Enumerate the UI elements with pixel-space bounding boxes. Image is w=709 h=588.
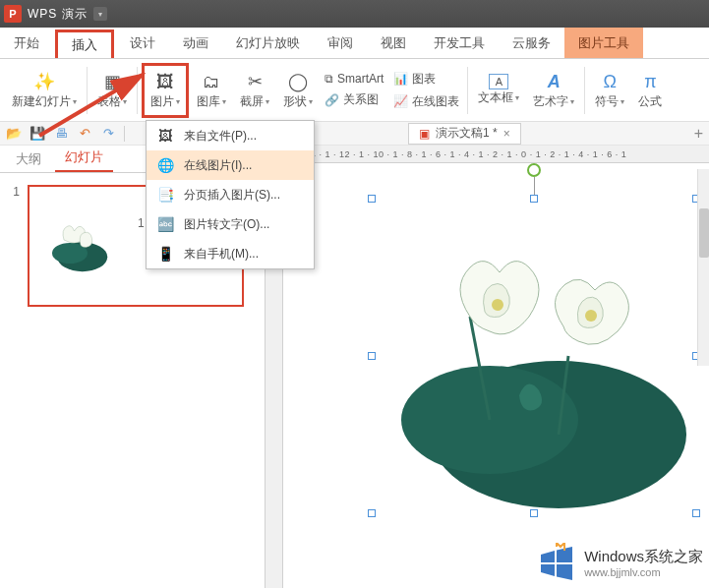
resize-handle-tm[interactable] — [530, 195, 538, 203]
relation-label: 关系图 — [343, 91, 379, 108]
separator — [87, 67, 88, 114]
ocr-icon: 🔤 — [156, 215, 174, 233]
picture-icon: 🖼 — [156, 127, 174, 145]
symbol-icon: Ω — [598, 70, 621, 93]
table-button[interactable]: ▦ 表格▾ — [91, 63, 133, 118]
outline-tab[interactable]: 大纲 — [6, 147, 51, 172]
online-picture-icon: 🌐 — [156, 156, 174, 174]
new-slide-icon: ✨ — [32, 70, 56, 93]
document-icon: ▣ — [419, 127, 430, 141]
image-selection[interactable] — [372, 199, 696, 513]
hidden-slide-number: 1 — [138, 216, 145, 230]
screenshot-button[interactable]: ✂ 截屏▾ — [234, 63, 275, 118]
relation-button[interactable]: 🔗关系图 — [321, 89, 387, 110]
save-icon[interactable]: 💾 — [30, 126, 45, 142]
vertical-scrollbar[interactable] — [697, 169, 709, 366]
resize-handle-bm[interactable] — [530, 509, 538, 517]
tab-devtools[interactable]: 开发工具 — [420, 28, 499, 58]
slides-tab[interactable]: 幻灯片 — [55, 145, 113, 172]
symbol-button[interactable]: Ω 符号▾ — [589, 63, 630, 118]
scrollbar-thumb[interactable] — [699, 208, 709, 258]
online-chart-label: 在线图表 — [412, 93, 459, 110]
menu-from-phone[interactable]: 📱 来自手机(M)... — [147, 239, 314, 268]
menu-paginated-insert[interactable]: 📑 分页插入图片(S)... — [147, 180, 314, 209]
gallery-button[interactable]: 🗂 图库▾ — [191, 63, 232, 118]
resize-handle-bl[interactable] — [368, 509, 376, 517]
separator — [124, 126, 125, 142]
menu-from-file-label: 来自文件(P)... — [184, 128, 257, 145]
document-tab[interactable]: ▣ 演示文稿1 * × — [408, 123, 521, 145]
tab-review[interactable]: 审阅 — [314, 28, 367, 58]
undo-icon[interactable]: ↶ — [77, 126, 92, 142]
formula-button[interactable]: π 公式 — [632, 63, 668, 118]
menu-to-text[interactable]: 🔤 图片转文字(O)... — [147, 209, 314, 239]
menu-from-file[interactable]: 🖼 来自文件(P)... — [147, 121, 314, 150]
app-title: WPS 演示 — [28, 6, 88, 23]
new-slide-button[interactable]: ✨ 新建幻灯片▾ — [6, 63, 83, 118]
pages-icon: 📑 — [156, 186, 174, 204]
chevron-down-icon: ▾ — [123, 97, 127, 106]
chevron-down-icon: ▾ — [73, 97, 77, 106]
slide-canvas[interactable] — [283, 163, 709, 588]
resize-handle-tl[interactable] — [368, 195, 376, 203]
canvas-body — [266, 163, 709, 588]
tab-design[interactable]: 设计 — [116, 28, 169, 58]
titlebar: P WPS 演示 ▾ — [0, 0, 709, 28]
wordart-button[interactable]: A 艺术字▾ — [527, 63, 580, 118]
menu-online-picture[interactable]: 🌐 在线图片(I)... — [147, 150, 314, 180]
resize-handle-ml[interactable] — [368, 352, 376, 360]
chart-icon: 📊 — [393, 72, 408, 86]
watermark-brand2: 系统之家 — [644, 548, 703, 564]
smartart-label: SmartArt — [337, 72, 384, 86]
tab-view[interactable]: 视图 — [367, 28, 420, 58]
title-dropdown-icon[interactable]: ▾ — [93, 7, 107, 21]
menu-from-phone-label: 来自手机(M)... — [184, 246, 259, 263]
tab-picture-tools[interactable]: 图片工具 — [564, 28, 643, 58]
chart-button[interactable]: 📊图表 — [389, 69, 463, 89]
gallery-icon: 🗂 — [200, 70, 223, 93]
textbox-button[interactable]: A 文本框▾ — [472, 63, 525, 118]
watermark-text: Windows系统之家 www.bjjmlv.com — [584, 548, 703, 578]
chevron-down-icon: ▾ — [266, 97, 269, 106]
print-icon[interactable]: 🖶 — [53, 126, 69, 142]
shape-button[interactable]: ◯ 形状▾ — [277, 63, 319, 118]
body: 大纲 幻灯片 1 · 1 · 14 · 1 · 12 · 1 · 10 · 1 … — [0, 146, 709, 588]
relation-icon: 🔗 — [325, 93, 339, 107]
tab-animation[interactable]: 动画 — [169, 28, 222, 58]
picture-button[interactable]: 🖼 图片▾ — [142, 63, 189, 118]
separator — [467, 67, 468, 114]
chevron-down-icon: ▾ — [309, 97, 313, 106]
tab-start[interactable]: 开始 — [0, 28, 53, 58]
tab-insert[interactable]: 插入 — [55, 29, 114, 58]
rotation-handle[interactable] — [527, 163, 541, 177]
open-icon[interactable]: 📂 — [6, 126, 22, 142]
slide-number: 1 — [8, 185, 20, 199]
formula-label: 公式 — [638, 93, 662, 110]
picture-icon: 🖼 — [153, 70, 177, 93]
online-chart-button[interactable]: 📈在线图表 — [389, 91, 463, 112]
separator — [584, 67, 585, 114]
chevron-down-icon: ▾ — [620, 97, 624, 106]
picture-dropdown-menu: 🖼 来自文件(P)... 🌐 在线图片(I)... 📑 分页插入图片(S)...… — [146, 120, 315, 269]
redo-icon[interactable]: ↷ — [100, 126, 116, 142]
add-tab-icon[interactable]: + — [694, 125, 703, 143]
lotus-thumbnail-image — [39, 216, 118, 275]
chart-label: 图表 — [412, 71, 436, 88]
tab-cloud[interactable]: 云服务 — [499, 28, 564, 58]
ribbon: ✨ 新建幻灯片▾ ▦ 表格▾ 🖼 图片▾ 🗂 图库▾ ✂ 截屏▾ ◯ 形状▾ ⧉… — [0, 59, 709, 122]
resize-handle-br[interactable] — [692, 509, 700, 517]
chevron-down-icon: ▾ — [570, 97, 574, 106]
shape-icon: ◯ — [286, 70, 310, 93]
tab-slideshow[interactable]: 幻灯片放映 — [222, 28, 314, 58]
horizontal-ruler: · 1 · 14 · 1 · 12 · 1 · 10 · 1 · 8 · 1 ·… — [266, 146, 709, 163]
phone-icon: 📱 — [156, 245, 174, 263]
smartart-button[interactable]: ⧉SmartArt — [321, 70, 387, 88]
watermark-brand: Windows — [584, 548, 644, 564]
chevron-down-icon: ▾ — [222, 97, 226, 106]
menu-to-text-label: 图片转文字(O)... — [184, 216, 269, 233]
close-icon[interactable]: × — [503, 127, 510, 141]
ribbon-tabs: 开始 插入 设计 动画 幻灯片放映 审阅 视图 开发工具 云服务 图片工具 — [0, 28, 709, 59]
smartart-icon: ⧉ — [325, 72, 333, 86]
menu-paginated-label: 分页插入图片(S)... — [184, 187, 280, 204]
quick-access-toolbar: 📂 💾 🖶 ↶ ↷ ▣ 演示文稿1 * × + — [0, 122, 709, 146]
